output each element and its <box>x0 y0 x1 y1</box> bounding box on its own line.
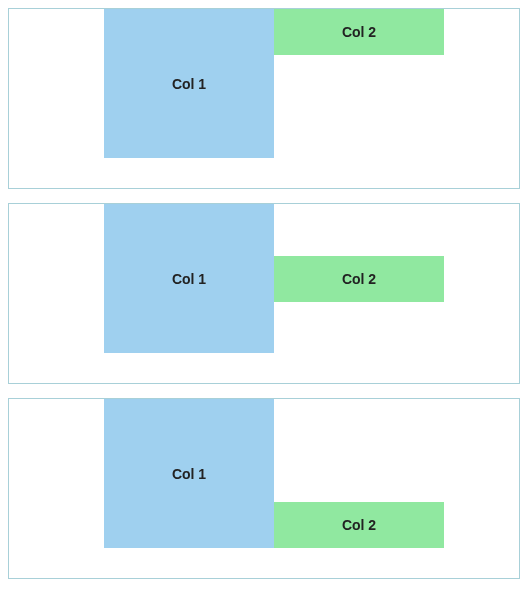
example-align-start: Col 1 Col 2 <box>8 8 520 189</box>
col-2: Col 2 <box>274 502 444 548</box>
col-1: Col 1 <box>104 9 274 158</box>
col-1: Col 1 <box>104 399 274 548</box>
example-align-center: Col 1 Col 2 <box>8 203 520 384</box>
col-1: Col 1 <box>104 204 274 353</box>
example-align-end: Col 1 Col 2 <box>8 398 520 579</box>
flex-row: Col 1 Col 2 <box>104 9 444 158</box>
col-2: Col 2 <box>274 256 444 302</box>
flex-row: Col 1 Col 2 <box>104 204 444 353</box>
col-2: Col 2 <box>274 9 444 55</box>
flex-row: Col 1 Col 2 <box>104 399 444 548</box>
